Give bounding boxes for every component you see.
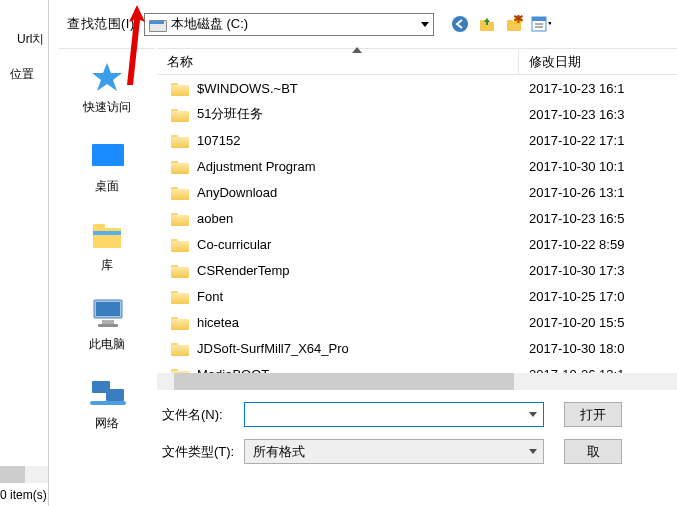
svg-rect-22: [90, 401, 126, 405]
folder-icon: [171, 211, 189, 225]
list-item[interactable]: Font2017-10-25 17:0: [157, 283, 677, 309]
place-libraries[interactable]: 库: [59, 219, 154, 274]
computer-icon: [88, 298, 126, 330]
svg-text:✱: ✱: [512, 15, 523, 26]
place-network[interactable]: 网络: [59, 377, 154, 432]
item-date: 2017-10-22 17:1: [519, 133, 677, 148]
list-item[interactable]: AnyDownload2017-10-26 13:1: [157, 179, 677, 205]
place-label: 桌面: [95, 178, 119, 195]
item-date: 2017-10-22 8:59: [519, 237, 677, 252]
item-date: 2017-10-30 18:0: [519, 341, 677, 356]
sort-ascending-icon: [352, 47, 362, 53]
folder-icon: [171, 185, 189, 199]
item-name: JDSoft-SurfMill7_X64_Pro: [197, 341, 349, 356]
svg-rect-18: [102, 320, 114, 324]
item-name: hicetea: [197, 315, 239, 330]
folder-icon: [171, 133, 189, 147]
item-name: aoben: [197, 211, 233, 226]
column-header-date[interactable]: 修改日期: [519, 49, 677, 74]
list-item[interactable]: hicetea2017-10-20 15:5: [157, 309, 677, 335]
item-date: 2017-10-23 16:3: [519, 107, 677, 122]
scrollbar-horizontal[interactable]: [157, 373, 677, 390]
folder-icon: [171, 159, 189, 173]
svg-rect-14: [93, 224, 105, 230]
scrollbar-thumb[interactable]: [174, 373, 514, 390]
list-item[interactable]: Co-curricular2017-10-22 8:59: [157, 231, 677, 257]
item-date: 2017-10-20 15:5: [519, 315, 677, 330]
folder-icon: [171, 107, 189, 121]
chevron-down-icon: [421, 22, 429, 27]
network-icon: [88, 377, 126, 409]
place-label: 快速访问: [83, 99, 131, 116]
filetype-combo[interactable]: 所有格式: [244, 439, 544, 464]
view-menu-icon[interactable]: [531, 14, 551, 34]
item-date: 2017-10-30 17:3: [519, 263, 677, 278]
folder-icon: [171, 315, 189, 329]
svg-rect-9: [532, 17, 546, 21]
star-icon: [88, 61, 126, 93]
filetype-value: 所有格式: [253, 443, 305, 461]
places-sidebar: 快速访问 桌面 库 此电脑 网络: [59, 48, 154, 506]
svg-rect-17: [96, 302, 120, 316]
item-date: 2017-10-25 17:0: [519, 289, 677, 304]
lookin-label: 查找范围(I):: [67, 15, 139, 33]
item-name: AnyDownload: [197, 185, 277, 200]
filename-input[interactable]: [244, 402, 544, 427]
lookin-value: 本地磁盘 (C:): [171, 15, 248, 33]
place-label: 库: [101, 257, 113, 274]
svg-rect-19: [98, 324, 118, 327]
list-item[interactable]: CSRenderTemp2017-10-30 17:3: [157, 257, 677, 283]
list-item[interactable]: 1071522017-10-22 17:1: [157, 127, 677, 153]
folder-icon: [171, 81, 189, 95]
item-name: Adjustment Program: [197, 159, 316, 174]
item-name: Co-curricular: [197, 237, 271, 252]
lookin-combo[interactable]: 本地磁盘 (C:): [144, 13, 434, 36]
item-date: 2017-10-30 10:1: [519, 159, 677, 174]
list-header: 名称 修改日期: [157, 49, 677, 75]
scrollbar-horizontal[interactable]: [0, 466, 48, 483]
column-header-name[interactable]: 名称: [157, 49, 519, 74]
filename-label: 文件名(N):: [154, 406, 244, 424]
item-date: 2017-10-23 16:5: [519, 211, 677, 226]
svg-rect-15: [93, 231, 121, 235]
scrollbar-thumb[interactable]: [0, 466, 25, 483]
chevron-down-icon: [529, 412, 537, 417]
place-quick-access[interactable]: 快速访问: [59, 61, 154, 116]
position-label: 位置: [10, 66, 34, 83]
item-name: Font: [197, 289, 223, 304]
list-item[interactable]: 51分班任务2017-10-23 16:3: [157, 101, 677, 127]
svg-rect-12: [92, 144, 124, 166]
svg-rect-3: [486, 21, 488, 25]
url-label: Url치: [17, 31, 44, 48]
up-folder-icon[interactable]: [477, 14, 497, 34]
place-label: 网络: [95, 415, 119, 432]
item-name: CSRenderTemp: [197, 263, 290, 278]
place-this-pc[interactable]: 此电脑: [59, 298, 154, 353]
open-button[interactable]: 打开: [564, 402, 622, 427]
list-item[interactable]: aoben2017-10-23 16:5: [157, 205, 677, 231]
file-list: 名称 修改日期 $WINDOWS.~BT2017-10-23 16:151分班任…: [157, 48, 677, 390]
list-item[interactable]: JDSoft-SurfMill7_X64_Pro2017-10-30 18:0: [157, 335, 677, 361]
place-desktop[interactable]: 桌面: [59, 140, 154, 195]
item-date: 2017-10-26 13:1: [519, 185, 677, 200]
item-date: 2017-10-23 16:1: [519, 81, 677, 96]
new-folder-icon[interactable]: ✱: [504, 14, 524, 34]
file-open-dialog: 查找范围(I): 本地磁盘 (C:) ✱ 快速访问: [48, 0, 677, 506]
chevron-down-icon: [529, 449, 537, 454]
svg-point-0: [452, 16, 468, 32]
item-name: $WINDOWS.~BT: [197, 81, 298, 96]
svg-rect-21: [106, 389, 124, 401]
cancel-button[interactable]: 取: [564, 439, 622, 464]
back-icon[interactable]: [450, 14, 470, 34]
folder-icon: [171, 289, 189, 303]
item-name: 107152: [197, 133, 240, 148]
list-item[interactable]: $WINDOWS.~BT2017-10-23 16:1: [157, 75, 677, 101]
drive-icon: [149, 17, 165, 31]
place-label: 此电脑: [89, 336, 125, 353]
folder-icon: [171, 341, 189, 355]
list-item[interactable]: Adjustment Program2017-10-30 10:1: [157, 153, 677, 179]
filetype-label: 文件类型(T):: [154, 443, 244, 461]
desktop-icon: [88, 140, 126, 172]
libraries-icon: [88, 219, 126, 251]
folder-icon: [171, 263, 189, 277]
